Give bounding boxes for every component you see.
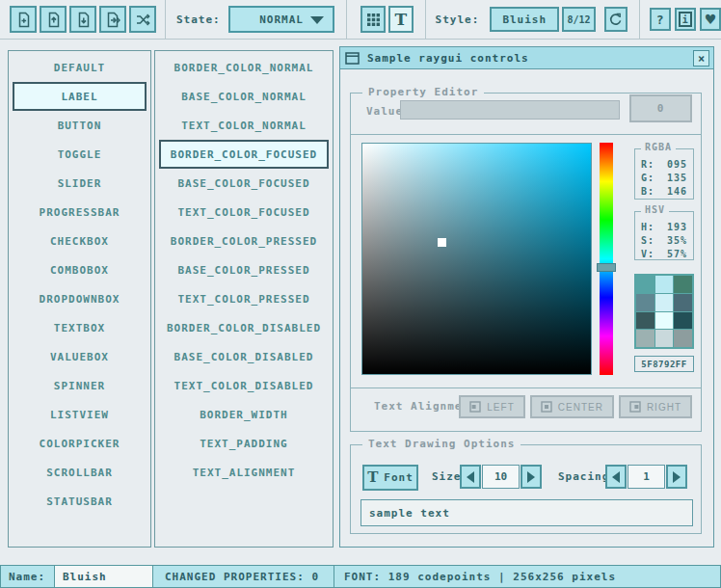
palette-swatch[interactable] <box>636 312 654 330</box>
statusbar: Name: Bluish CHANGED PROPERTIES: 0 FONT:… <box>0 565 721 588</box>
properties-item-text_alignment[interactable]: TEXT_ALIGNMENT <box>155 458 333 487</box>
hex-value-box[interactable]: 5F8792FF <box>634 356 694 372</box>
color-palette <box>634 274 694 349</box>
palette-swatch[interactable] <box>674 330 692 347</box>
value-button[interactable]: 0 <box>629 94 692 122</box>
controls-item-toggle[interactable]: TOGGLE <box>9 140 150 169</box>
controls-item-progressbar[interactable]: PROGRESSBAR <box>9 198 150 227</box>
properties-item-base_color_disabled[interactable]: BASE_COLOR_DISABLED <box>155 342 333 371</box>
properties-item-base_color_pressed[interactable]: BASE_COLOR_PRESSED <box>155 255 333 284</box>
controls-item-label[interactable]: LABEL <box>13 82 147 111</box>
spacing-value-box[interactable]: 1 <box>628 465 665 489</box>
arrow-left-icon <box>612 471 620 483</box>
palette-swatch[interactable] <box>655 330 674 347</box>
rguistyler-app: State: NORMAL T Style: Bluish 8/12 <box>0 0 721 588</box>
align-right-icon <box>629 401 641 413</box>
arrow-left-icon <box>467 471 474 483</box>
palette-swatch[interactable] <box>636 294 654 311</box>
align-center-button[interactable]: CENTER <box>530 395 614 418</box>
save-style-button[interactable] <box>69 6 96 33</box>
align-right-button[interactable]: RIGHT <box>619 395 692 418</box>
palette-swatch[interactable] <box>674 276 692 293</box>
controls-item-dropdownbox[interactable]: DROPDOWNBOX <box>9 284 150 313</box>
export-style-button[interactable] <box>99 6 126 33</box>
size-decrease-button[interactable] <box>460 465 481 489</box>
rgba-row-g: G:135 <box>641 172 687 185</box>
file-button-group <box>10 6 156 33</box>
size-value-box[interactable]: 10 <box>482 465 520 489</box>
palette-swatch[interactable] <box>674 312 692 330</box>
state-dropdown[interactable]: NORMAL <box>228 6 335 33</box>
controls-item-listview[interactable]: LISTVIEW <box>9 400 150 429</box>
palette-swatch[interactable] <box>655 294 674 311</box>
properties-item-border_color_normal[interactable]: BORDER_COLOR_NORMAL <box>155 53 333 82</box>
controls-item-default[interactable]: DEFAULT <box>9 53 150 82</box>
controls-item-button[interactable]: BUTTON <box>9 111 150 140</box>
align-left-button[interactable]: LEFT <box>459 395 524 418</box>
controls-item-spinner[interactable]: SPINNER <box>9 371 150 400</box>
properties-item-text_color_normal[interactable]: TEXT_COLOR_NORMAL <box>155 111 333 140</box>
style-name-button[interactable]: Bluish <box>490 7 559 32</box>
properties-item-border_color_disabled[interactable]: BORDER_COLOR_DISABLED <box>155 313 333 342</box>
spacing-decrease-button[interactable] <box>605 465 627 489</box>
properties-item-base_color_focused[interactable]: BASE_COLOR_FOCUSED <box>155 169 333 198</box>
state-dropdown-value: NORMAL <box>259 13 304 26</box>
properties-item-text_padding[interactable]: TEXT_PADDING <box>155 429 333 458</box>
properties-item-text_color_pressed[interactable]: TEXT_COLOR_PRESSED <box>155 284 333 313</box>
text-alignment-row: Text Alignment: LEFT CENTER <box>351 390 701 425</box>
sample-text-input[interactable]: sample text <box>360 499 693 526</box>
hue-bar[interactable] <box>600 143 613 375</box>
toolbar-separator <box>346 0 347 39</box>
rgba-row-r: R:095 <box>641 158 687 172</box>
color-cursor[interactable] <box>438 238 446 247</box>
properties-item-border_width[interactable]: BORDER_WIDTH <box>155 400 333 429</box>
palette-swatch[interactable] <box>636 276 654 293</box>
color-panel[interactable] <box>361 143 592 375</box>
state-label: State: <box>176 13 221 26</box>
help-button[interactable]: ? <box>650 8 671 31</box>
align-left-icon <box>469 401 481 413</box>
palette-swatch[interactable] <box>655 276 674 293</box>
size-increase-button[interactable] <box>521 465 542 489</box>
about-button[interactable]: i <box>675 8 696 31</box>
export-file-icon <box>105 12 121 28</box>
palette-swatch[interactable] <box>655 312 674 330</box>
palette-swatch[interactable] <box>674 294 692 311</box>
text-edit-mode-button[interactable]: T <box>388 6 414 33</box>
reload-style-button[interactable] <box>604 7 628 32</box>
window-close-button[interactable]: × <box>693 50 709 67</box>
load-style-button[interactable] <box>40 6 67 33</box>
new-style-button[interactable] <box>10 6 37 33</box>
hue-slider-handle[interactable] <box>597 263 616 272</box>
controls-item-statusbar[interactable]: STATUSBAR <box>9 487 150 516</box>
align-center-icon <box>541 401 552 413</box>
random-style-button[interactable] <box>129 6 156 33</box>
sponsor-button[interactable]: ♥ <box>700 8 721 31</box>
hsv-row-h: H:193 <box>641 221 687 234</box>
controls-item-valuebox[interactable]: VALUEBOX <box>9 342 150 371</box>
controls-item-colorpicker[interactable]: COLORPICKER <box>9 429 150 458</box>
controls-item-scrollbar[interactable]: SCROLLBAR <box>9 458 150 487</box>
spacing-increase-button[interactable] <box>666 465 687 489</box>
hue-bar-wrap <box>597 143 616 375</box>
hsv-row-v: V:57% <box>641 248 687 261</box>
properties-item-border_color_focused[interactable]: BORDER_COLOR_FOCUSED <box>159 140 329 169</box>
controls-item-slider[interactable]: SLIDER <box>9 169 150 198</box>
properties-item-text_color_disabled[interactable]: TEXT_COLOR_DISABLED <box>155 371 333 400</box>
hsv-label: HSV <box>641 204 669 215</box>
controls-item-checkbox[interactable]: CHECKBOX <box>9 227 150 255</box>
toolbar-separator <box>425 0 426 39</box>
style-count-button[interactable]: 8/12 <box>562 7 596 32</box>
value-slider[interactable] <box>400 100 620 120</box>
properties-item-border_color_pressed[interactable]: BORDER_COLOR_PRESSED <box>155 227 333 255</box>
properties-item-base_color_normal[interactable]: BASE_COLOR_NORMAL <box>155 82 333 111</box>
style-name-input[interactable]: Bluish <box>54 565 153 588</box>
palette-swatch[interactable] <box>636 330 654 347</box>
font-button[interactable]: T Font <box>362 465 418 491</box>
style-name-status-label: Name: <box>0 565 55 588</box>
controls-table-view-button[interactable] <box>360 6 386 33</box>
controls-item-textbox[interactable]: TEXTBOX <box>9 313 150 342</box>
properties-item-text_color_focused[interactable]: TEXT_COLOR_FOCUSED <box>155 198 333 227</box>
window-titlebar[interactable]: Sample raygui controls × <box>340 47 713 69</box>
controls-item-combobox[interactable]: COMBOBOX <box>9 255 150 284</box>
